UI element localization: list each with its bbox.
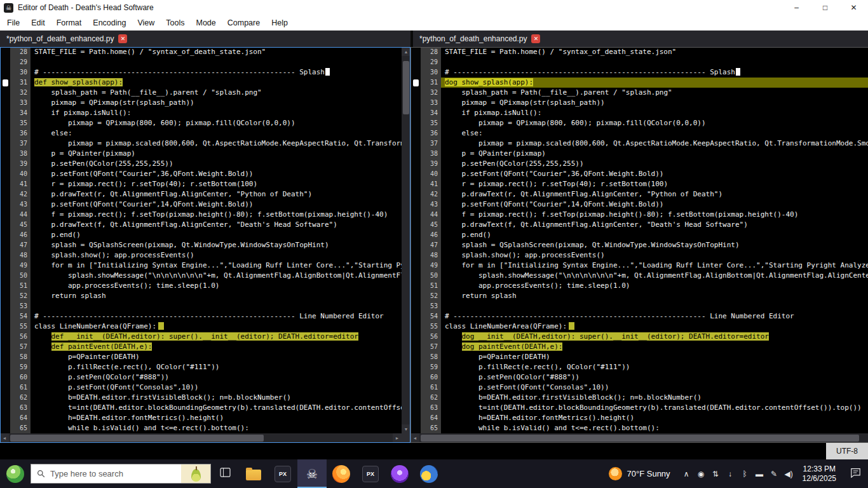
code-text-cell[interactable]: def __init__(DEATH,editor): super().__in… [31,332,402,342]
tab-left[interactable]: *python_of_death_enhanced.py ✕ [0,30,133,47]
code-text-cell[interactable] [441,301,868,311]
code-text-cell[interactable]: f = pixmap.rect(); f.setTop(pixmap.heigh… [31,210,402,220]
minimize-button[interactable]: – [782,0,811,15]
menu-tools[interactable]: Tools [160,17,190,29]
code-text-cell[interactable]: app.processEvents(); time.sleep(1.0) [441,281,868,291]
h-scrollbar-left[interactable]: ◄ ► [0,433,410,443]
code-text-cell[interactable]: p.drawText(r, Qt.AlignmentFlag.AlignCent… [441,189,868,200]
code-text-cell[interactable]: app.processEvents(); time.sleep(1.0) [31,281,402,291]
code-text-cell[interactable]: p.fillRect(e.rect(), QColor("#111")) [31,362,402,372]
code-text-cell[interactable]: p.setFont(QFont("Consolas",10)) [441,383,868,393]
code-text-cell[interactable]: p.drawText(f, Qt.AlignmentFlag.AlignCent… [31,220,402,230]
code-text-cell[interactable]: t=int(DEATH.editor.blockBoundingGeometry… [31,403,402,413]
code-text-cell[interactable]: STATE_FILE = Path.home() / "syntax_of_de… [441,47,868,57]
code-text-cell[interactable]: return splash [441,291,868,301]
h-scrollbar-right[interactable]: ◄ ► [410,433,868,443]
code-text-cell[interactable]: def show_splash(app): [31,78,402,88]
file-explorer-button[interactable] [239,459,268,488]
code-text-cell[interactable]: p.setFont(QFont("Courier",36,QFont.Weigh… [441,169,868,179]
weather-widget[interactable]: 70°F Sunny [600,467,679,480]
code-text-cell[interactable]: h=DEATH.editor.fontMetrics().height() [31,413,402,423]
eye-icon[interactable]: ◉ [694,470,709,478]
battery-icon[interactable]: ▬ [752,470,767,478]
code-text-cell[interactable]: return splash [31,291,402,301]
code-text-cell[interactable]: dog __init__(DEATH,editor): super().__in… [441,332,868,342]
menu-edit[interactable]: Edit [25,17,51,29]
code-text-cell[interactable]: pixmap = QPixmap(str(splash_path)) [441,98,868,108]
pen-icon[interactable]: ✎ [767,470,782,478]
code-text-cell[interactable]: p=QPainter(DEATH) [441,352,868,362]
code-text-cell[interactable]: if pixmap.isNull(): [441,108,868,118]
code-text-cell[interactable]: for m in ["Initializing Syntax Engine...… [31,261,402,271]
px-app-1-button[interactable]: PX [268,459,297,488]
close-button[interactable]: ✕ [839,0,868,15]
code-text-cell[interactable] [441,57,868,67]
chevron-up-icon[interactable]: ∧ [679,470,694,478]
code-text-cell[interactable]: splash.showMessage("\n\n\n\n\n\n"+m, Qt.… [441,271,868,281]
code-text-cell[interactable]: pixmap = pixmap.scaled(800,600, Qt.Aspec… [441,139,868,149]
code-text-cell[interactable]: while b.isValid() and t<=e.rect().bottom… [441,423,868,433]
start-button[interactable] [0,459,31,488]
menu-view[interactable]: View [132,17,160,29]
code-text-cell[interactable]: splash.showMessage("\n\n\n\n\n\n"+m, Qt.… [31,271,402,281]
search-highlight-image[interactable] [181,464,210,483]
code-text-cell[interactable]: p.setFont(QFont("Courier",14,QFont.Weigh… [441,200,868,210]
scroll-down-button[interactable]: ▼ [402,424,410,433]
code-text-cell[interactable]: pixmap = QPixmap(str(splash_path)) [31,98,402,108]
menu-file[interactable]: File [1,17,25,29]
code-text-cell[interactable]: splash.show(); app.processEvents() [31,250,402,261]
code-text-cell[interactable]: p.setFont(QFont("Courier",14,QFont.Weigh… [31,200,402,210]
task-view-button[interactable] [211,459,239,488]
v-scroll-track[interactable] [402,56,410,424]
code-text-cell[interactable]: b=DEATH.editor.firstVisibleBlock(); n=b.… [441,393,868,403]
code-text-cell[interactable]: p.setPen(QColor(255,255,255)) [31,159,402,169]
code-text-cell[interactable]: p.setFont(QFont("Courier",36,QFont.Weigh… [31,169,402,179]
blue-yellow-app-button[interactable] [414,459,444,488]
code-text-cell[interactable]: # --------------------------------------… [31,67,402,78]
purple-app-button[interactable] [385,459,414,488]
menu-compare[interactable]: Compare [222,17,266,29]
code-text-cell[interactable]: p.setFont(QFont("Consolas",10)) [31,383,402,393]
code-text-cell[interactable]: splash = QSplashScreen(pixmap, Qt.Window… [31,240,402,250]
menu-encoding[interactable]: Encoding [87,17,132,29]
code-text-cell[interactable]: p.setPen(QColor("#888")) [31,372,402,383]
code-text-cell[interactable]: p = QPainter(pixmap) [441,149,868,159]
code-text-cell[interactable]: for m in ["Initializing Syntax Engine...… [441,261,868,271]
code-text-cell[interactable]: p.drawText(r, Qt.AlignmentFlag.AlignCent… [31,189,402,200]
h-scroll-track[interactable] [419,433,868,443]
code-text-cell[interactable]: splash.show(); app.processEvents() [441,250,868,261]
code-text-cell[interactable]: p.end() [441,230,868,240]
v-scroll-thumb[interactable] [403,61,409,114]
code-text-cell[interactable]: else: [441,128,868,139]
menu-help[interactable]: Help [266,17,294,29]
code-text-cell[interactable]: r = pixmap.rect(); r.setTop(40); r.setBo… [31,179,402,189]
code-text-cell[interactable]: STATE_FILE = Path.home() / "syntax_of_de… [31,47,402,57]
code-text-cell[interactable]: r = pixmap.rect(); r.setTop(40); r.setBo… [441,179,868,189]
scroll-left-button[interactable]: ◄ [0,433,9,443]
code-text-cell[interactable]: pixmap = QPixmap(800, 600); pixmap.fill(… [31,118,402,128]
code-text-cell[interactable]: p.setPen(QColor(255,255,255)) [441,159,868,169]
code-text-cell[interactable]: pixmap = QPixmap(800, 600); pixmap.fill(… [441,118,868,128]
updown-icon[interactable]: ⇅ [709,470,723,478]
volume-icon[interactable]: ◀) [782,470,796,478]
code-text-cell[interactable]: p.drawText(f, Qt.AlignmentFlag.AlignCent… [441,220,868,230]
code-text-cell[interactable]: else: [31,128,402,139]
code-text-cell[interactable]: def paintEvent(DEATH,e): [31,342,402,352]
code-text-cell[interactable]: splash_path = Path(__file__).parent / "s… [31,88,402,98]
code-text-cell[interactable]: b=DEATH.editor.firstVisibleBlock(); n=b.… [31,393,402,403]
scroll-up-button[interactable]: ▲ [402,47,410,56]
code-text-cell[interactable]: p.fillRect(e.rect(), QColor("#111")) [441,362,868,372]
tab-close-button[interactable]: ✕ [118,34,127,43]
code-text-cell[interactable]: splash = QSplashScreen(pixmap, Qt.Window… [441,240,868,250]
bluetooth-icon[interactable]: ᛒ [738,470,752,478]
menu-format[interactable]: Format [51,17,88,29]
code-text-cell[interactable]: while b.isValid() and t<=e.rect().bottom… [31,423,402,433]
code-text-cell[interactable]: if pixmap.isNull(): [31,108,402,118]
h-scroll-thumb[interactable] [10,435,264,442]
code-text-cell[interactable]: pixmap = pixmap.scaled(800,600, Qt.Aspec… [31,139,402,149]
firefox-button[interactable] [327,459,356,488]
code-text-cell[interactable]: dog paintEvent(DEATH,e): [441,342,868,352]
code-text-cell[interactable]: dog show_splash(app): [441,78,868,88]
code-text-cell[interactable]: class LineNumberArea(QFrame): [441,322,868,332]
editor-of-death-button[interactable]: ☠ [297,459,327,488]
